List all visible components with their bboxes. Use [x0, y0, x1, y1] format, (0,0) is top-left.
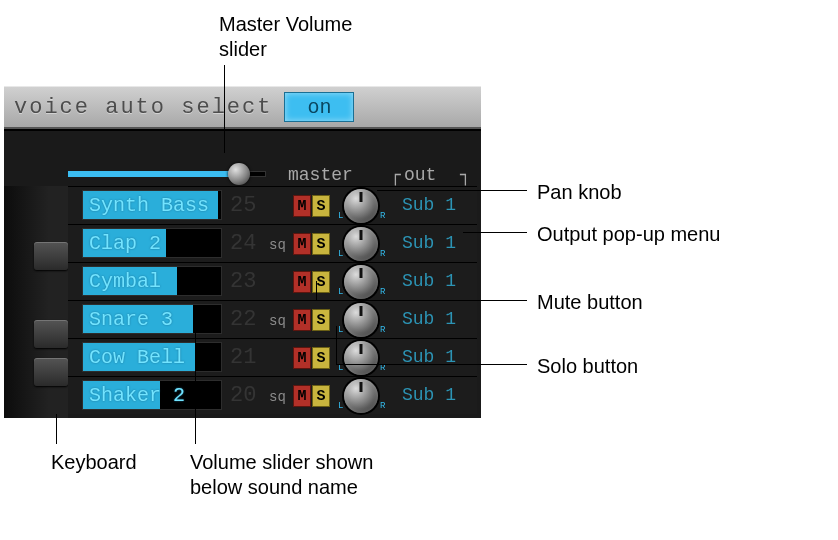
voice-rows: Synth Bass25MSLRSub 1Clap 224sqMSLRSub 1…	[68, 186, 477, 418]
pan-r: R	[380, 325, 385, 335]
solo-button[interactable]: S	[312, 195, 330, 217]
callout-line	[224, 65, 225, 153]
pan-r: R	[380, 287, 385, 297]
black-key[interactable]	[34, 320, 68, 348]
voice-name: Cow Bell	[89, 346, 185, 369]
callout-volume-slider: Volume slider shown below sound name	[190, 450, 373, 500]
solo-button[interactable]: S	[312, 347, 330, 369]
voice-row: Snare 322sqMSLRSub 1	[68, 300, 477, 338]
voice-number: 23	[230, 269, 256, 294]
bezel	[4, 129, 481, 159]
voice-row: Cow Bell21MSLRSub 1	[68, 338, 477, 376]
voice-row: Cymbal23MSLRSub 1	[68, 262, 477, 300]
voice-name: Cymbal	[89, 270, 161, 293]
pan-knob[interactable]	[344, 379, 378, 413]
voice-name: Snare 3	[89, 308, 173, 331]
out-label: out	[404, 165, 436, 185]
output-popup[interactable]: Sub 1	[402, 195, 456, 215]
voice-row: Synth Bass25MSLRSub 1	[68, 186, 477, 224]
pan-knob[interactable]	[344, 303, 378, 337]
out-bracket-l: ┌	[390, 165, 401, 183]
header-strip: voice auto select on	[4, 86, 481, 129]
callout-solo: Solo button	[537, 354, 638, 379]
callout-mute: Mute button	[537, 290, 643, 315]
mixer-panel: voice auto select on master ┌ out ┐ Synt…	[4, 86, 481, 418]
voice-row: Clap 224sqMSLRSub 1	[68, 224, 477, 262]
callout-line	[316, 281, 317, 301]
out-bracket-r: ┐	[460, 165, 471, 183]
keyboard-column[interactable]	[4, 186, 68, 418]
black-key[interactable]	[34, 358, 68, 386]
pan-r: R	[380, 249, 385, 259]
output-popup[interactable]: Sub 1	[402, 233, 456, 253]
mute-button[interactable]: M	[293, 233, 311, 255]
master-label: master	[288, 165, 353, 185]
pan-l: L	[338, 249, 343, 259]
pan-r: R	[380, 401, 385, 411]
voice-name: Clap 2	[89, 232, 161, 255]
solo-button[interactable]: S	[312, 271, 330, 293]
mute-button[interactable]: M	[293, 385, 311, 407]
pan-l: L	[338, 211, 343, 221]
voice-volume-slider[interactable]: Shaker 2	[82, 380, 222, 410]
solo-button[interactable]: S	[312, 233, 330, 255]
voice-auto-select-label: voice auto select	[14, 95, 272, 120]
mute-button[interactable]: M	[293, 195, 311, 217]
voice-volume-slider[interactable]: Snare 3	[82, 304, 222, 334]
voice-volume-slider[interactable]: Cymbal	[82, 266, 222, 296]
voice-name: Synth Bass	[89, 194, 209, 217]
callout-line	[377, 190, 527, 191]
output-popup[interactable]: Sub 1	[402, 309, 456, 329]
voice-row: Shaker 220sqMSLRSub 1	[68, 376, 477, 414]
callout-keyboard: Keyboard	[51, 450, 137, 475]
callout-line	[195, 330, 196, 444]
pan-l: L	[338, 287, 343, 297]
master-row: master ┌ out ┐	[42, 159, 475, 187]
mute-button[interactable]: M	[293, 271, 311, 293]
sq-tag: sq	[269, 237, 286, 253]
callout-master-volume: Master Volume slider	[219, 12, 352, 62]
mute-button[interactable]: M	[293, 309, 311, 331]
callout-pan-knob: Pan knob	[537, 180, 622, 205]
callout-line	[336, 364, 527, 365]
solo-button[interactable]: S	[312, 385, 330, 407]
pan-knob[interactable]	[344, 265, 378, 299]
output-popup[interactable]: Sub 1	[402, 385, 456, 405]
pan-knob[interactable]	[344, 189, 378, 223]
voice-number: 20	[230, 383, 256, 408]
voice-volume-slider[interactable]: Synth Bass	[82, 190, 222, 220]
voice-volume-slider[interactable]: Cow Bell	[82, 342, 222, 372]
solo-button[interactable]: S	[312, 309, 330, 331]
voice-volume-slider[interactable]: Clap 2	[82, 228, 222, 258]
callout-line	[56, 414, 57, 444]
callout-line	[463, 232, 527, 233]
callout-line	[336, 326, 337, 365]
voice-number: 21	[230, 345, 256, 370]
pan-l: L	[338, 401, 343, 411]
pan-knob[interactable]	[344, 227, 378, 261]
mute-button[interactable]: M	[293, 347, 311, 369]
pan-knob[interactable]	[344, 341, 378, 375]
voice-number: 25	[230, 193, 256, 218]
black-key[interactable]	[34, 242, 68, 270]
output-popup[interactable]: Sub 1	[402, 271, 456, 291]
sq-tag: sq	[269, 313, 286, 329]
pan-r: R	[380, 211, 385, 221]
voice-number: 22	[230, 307, 256, 332]
pan-l: L	[338, 325, 343, 335]
voice-number: 24	[230, 231, 256, 256]
sq-tag: sq	[269, 389, 286, 405]
callout-line	[316, 300, 527, 301]
voice-auto-select-toggle[interactable]: on	[284, 92, 354, 122]
voice-name: Shaker 2	[89, 384, 185, 407]
callout-output-menu: Output pop-up menu	[537, 222, 720, 247]
master-volume-thumb[interactable]	[228, 163, 250, 185]
